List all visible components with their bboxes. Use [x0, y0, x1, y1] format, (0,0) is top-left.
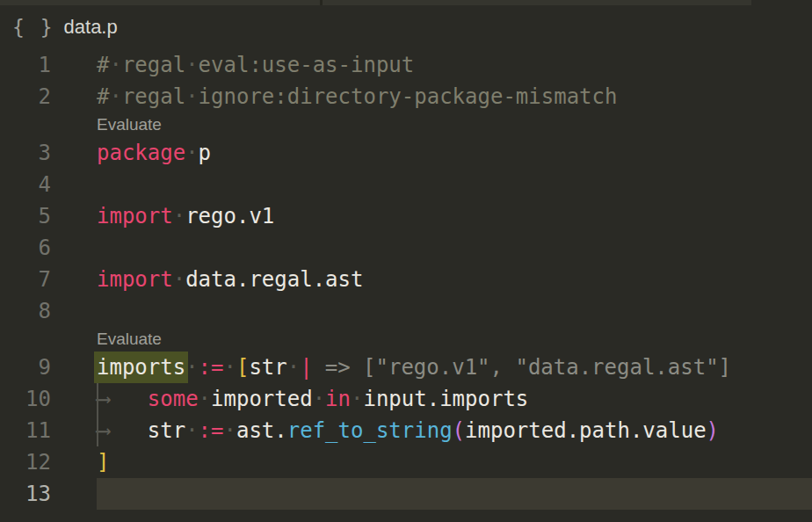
code-token: in	[325, 387, 351, 411]
line-number: 13	[0, 478, 51, 510]
whitespace-dot: ·	[185, 53, 198, 77]
whitespace-dot: ·	[185, 141, 198, 165]
code-line-3[interactable]: 3package·p	[0, 137, 812, 169]
whitespace-dot: ·	[351, 387, 363, 411]
line-content[interactable]: ⟶some·imported·in·input.imports	[97, 383, 812, 415]
line-content[interactable]	[97, 169, 812, 200]
code-token: input.imports	[363, 387, 528, 411]
whitespace-dot: ·	[313, 387, 325, 411]
whitespace-dot: ·	[185, 418, 198, 443]
file-tab-header[interactable]: { } data.p	[0, 5, 812, 49]
code-token: str	[249, 355, 286, 380]
whitespace-dot: ·	[109, 84, 121, 109]
line-number: 5	[0, 200, 51, 232]
tab-bar-strip	[0, 0, 812, 5]
code-token: p	[199, 141, 211, 165]
whitespace-dot: ·	[224, 418, 236, 443]
tab-strip-segment-active[interactable]	[323, 0, 751, 5]
code-token: ref_to_string	[287, 418, 453, 443]
whitespace-dot: ·	[109, 53, 121, 77]
whitespace-dot: ·	[185, 355, 198, 380]
code-token: )	[707, 418, 719, 443]
evaluate-codelens[interactable]: Evaluate	[0, 112, 812, 137]
code-token: regal	[122, 84, 185, 109]
code-token: imported.path.value	[465, 418, 707, 443]
tab-strip-empty	[751, 0, 812, 5]
code-token: |	[300, 355, 312, 380]
line-number: 2	[0, 81, 51, 112]
code-line-9[interactable]: 9imports·:=·[str·|=> ["rego.v1", "data.r…	[0, 352, 812, 383]
evaluated-var-highlight: imports	[94, 352, 188, 383]
code-token: [	[236, 355, 249, 380]
line-number: 1	[0, 49, 51, 81]
current-line-highlight[interactable]	[97, 478, 812, 510]
code-token: rego.v1	[185, 204, 274, 228]
code-token: data.regal.ast	[185, 267, 363, 292]
line-number: 3	[0, 137, 51, 169]
line-number: 4	[0, 169, 51, 200]
line-content[interactable]: ⟶str·:=·ast.ref_to_string(imported.path.…	[97, 415, 812, 446]
code-line-2[interactable]: 2#·regal·ignore:directory-package-mismat…	[0, 81, 812, 112]
code-line-11[interactable]: 11⟶str·:=·ast.ref_to_string(imported.pat…	[0, 415, 812, 446]
code-line-10[interactable]: 10⟶some·imported·in·input.imports	[0, 383, 812, 415]
line-number: 7	[0, 264, 51, 295]
code-editor[interactable]: 1#·regal·eval:use-as-input2#·regal·ignor…	[0, 49, 812, 510]
code-token: imported	[211, 387, 313, 411]
code-line-12[interactable]: 12]	[0, 446, 812, 478]
line-content[interactable]	[97, 232, 812, 264]
code-line-6[interactable]: 6	[0, 232, 812, 264]
line-content[interactable]: import·rego.v1	[97, 200, 812, 232]
line-content[interactable]	[97, 295, 812, 327]
code-line-8[interactable]: 8	[0, 295, 812, 327]
whitespace-dot: ·	[224, 355, 236, 380]
whitespace-dot: ·	[173, 204, 185, 228]
file-name: data.p	[64, 16, 118, 39]
whitespace-dot: ·	[199, 387, 211, 411]
line-number: 9	[0, 352, 51, 383]
evaluate-codelens[interactable]: Evaluate	[0, 327, 812, 352]
code-token: #	[97, 84, 109, 109]
code-line-4[interactable]: 4	[0, 169, 812, 200]
code-token: package	[97, 141, 185, 165]
eval-result-ghost: => ["rego.v1", "data.regal.ast"]	[325, 355, 731, 380]
braces-file-icon: { }	[12, 16, 54, 39]
code-token: import	[97, 267, 173, 292]
code-token: eval:use-as-input	[199, 53, 415, 77]
code-line-7[interactable]: 7import·data.regal.ast	[0, 264, 812, 295]
code-line-5[interactable]: 5import·rego.v1	[0, 200, 812, 232]
line-content[interactable]: package·p	[97, 137, 812, 169]
code-token: :=	[199, 355, 224, 380]
code-line-1[interactable]: 1#·regal·eval:use-as-input	[0, 49, 812, 81]
whitespace-dot: ·	[185, 84, 198, 109]
line-content[interactable]: #·regal·eval:use-as-input	[97, 49, 812, 81]
code-token: ]	[97, 450, 109, 475]
whitespace-dot: ·	[173, 267, 185, 292]
code-token: str	[148, 418, 185, 443]
tab-strip-segment-left[interactable]	[0, 0, 320, 5]
whitespace-dot: ·	[287, 355, 300, 380]
code-token: ast.	[236, 418, 287, 443]
line-content[interactable]: ]	[97, 446, 812, 478]
line-number: 8	[0, 295, 51, 327]
code-token: some	[148, 387, 199, 411]
tab-indicator-icon: ⟶	[97, 383, 148, 415]
line-number: 6	[0, 232, 51, 264]
line-number: 11	[0, 415, 51, 446]
line-number: 12	[0, 446, 51, 478]
code-token: import	[97, 204, 173, 228]
code-token: #	[97, 53, 109, 77]
code-token: ignore:directory-package-mismatch	[199, 84, 618, 109]
line-content[interactable]: import·data.regal.ast	[97, 264, 812, 295]
code-token: :=	[199, 418, 224, 443]
line-number: 10	[0, 383, 51, 415]
line-content[interactable]: #·regal·ignore:directory-package-mismatc…	[97, 81, 812, 112]
code-token: regal	[122, 53, 185, 77]
code-token: (	[453, 418, 465, 443]
line-content[interactable]: imports·:=·[str·|=> ["rego.v1", "data.re…	[97, 352, 812, 383]
code-line-13[interactable]: 13	[0, 478, 812, 510]
tab-indicator-icon: ⟶	[97, 415, 148, 446]
